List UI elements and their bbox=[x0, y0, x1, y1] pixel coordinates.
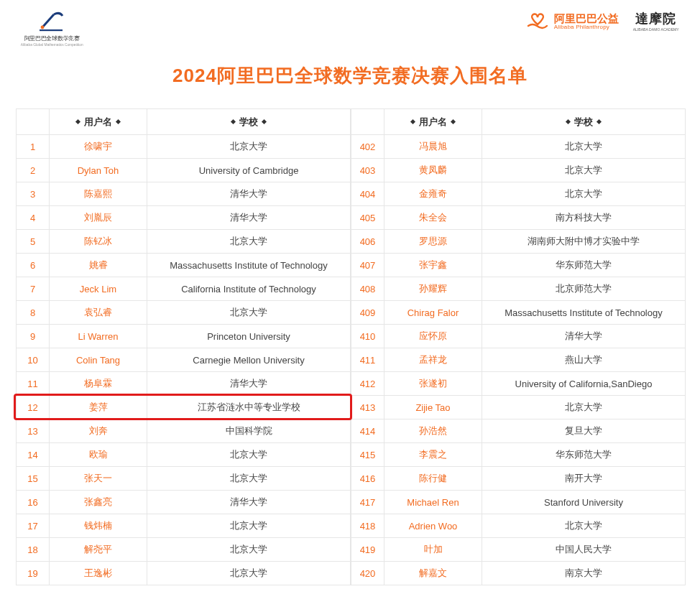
table-row: 11杨阜霖清华大学 bbox=[17, 372, 351, 396]
cell-rank: 417 bbox=[351, 491, 384, 514]
logo-philanthropy-en: Alibaba Philanthropy bbox=[554, 24, 619, 30]
cell-rank: 11 bbox=[17, 372, 50, 396]
table-row: 19王逸彬北京大学 bbox=[17, 562, 351, 585]
cell-school: 中国科学院 bbox=[147, 419, 351, 443]
cell-user: 陈行健 bbox=[384, 467, 482, 491]
cell-user: 刘胤辰 bbox=[50, 206, 147, 230]
cell-rank: 416 bbox=[351, 467, 384, 491]
page-title: 2024阿里巴巴全球数学竞赛决赛入围名单 bbox=[0, 63, 700, 88]
table-row: 407张宇鑫华东师范大学 bbox=[351, 254, 686, 277]
cell-rank: 9 bbox=[17, 325, 50, 348]
cell-rank: 13 bbox=[17, 419, 50, 443]
table-row: 16张鑫亮清华大学 bbox=[17, 491, 351, 514]
table-row: 8袁弘睿北京大学 bbox=[17, 301, 351, 325]
cell-school: 北京大学 bbox=[482, 396, 686, 419]
cell-user: 张宇鑫 bbox=[384, 254, 482, 277]
cell-school: 北京大学 bbox=[147, 514, 351, 538]
cell-rank: 15 bbox=[17, 467, 50, 491]
cell-user: 黄凤麟 bbox=[384, 159, 482, 182]
cell-user: 袁弘睿 bbox=[50, 301, 147, 325]
cell-school: Princeton University bbox=[147, 325, 351, 348]
cell-school: 复旦大学 bbox=[482, 419, 686, 443]
cell-rank: 7 bbox=[17, 277, 50, 301]
cell-rank: 411 bbox=[351, 348, 384, 372]
cell-rank: 406 bbox=[351, 230, 384, 254]
cell-user: 李震之 bbox=[384, 443, 482, 467]
logo-damo-cn: 達摩院 bbox=[635, 10, 676, 27]
cell-user: 冯晨旭 bbox=[384, 135, 482, 159]
tables-wrap: 用户名 学校 1徐啸宇北京大学2Dylan TohUniversity of C… bbox=[0, 108, 700, 585]
cell-user: Adrien Woo bbox=[384, 514, 482, 538]
table-header-row: 用户名 学校 bbox=[17, 109, 351, 135]
cell-user: Chirag Falor bbox=[384, 301, 482, 325]
cell-user: 张鑫亮 bbox=[50, 491, 147, 514]
cell-school: 北京大学 bbox=[482, 159, 686, 182]
cell-user: 姚睿 bbox=[50, 254, 147, 277]
cell-user: 陈嘉熙 bbox=[50, 182, 147, 206]
finalist-table-right: 用户名 学校 402冯晨旭北京大学403黄凤麟北京大学404金雍奇北京大学405… bbox=[351, 108, 686, 585]
cell-user: 陈钇冰 bbox=[50, 230, 147, 254]
table-row: 412张遂初University of California,SanDiego bbox=[351, 372, 686, 396]
table-row: 3陈嘉熙清华大学 bbox=[17, 182, 351, 206]
table-row: 413Zijie Tao北京大学 bbox=[351, 396, 686, 419]
cell-user: 金雍奇 bbox=[384, 182, 482, 206]
svg-rect-1 bbox=[40, 29, 63, 31]
cell-rank: 6 bbox=[17, 254, 50, 277]
cell-school: 北京大学 bbox=[482, 135, 686, 159]
header: 阿里巴巴全球数学竞赛 Alibaba Global Mathematics Co… bbox=[0, 0, 700, 56]
col-user-header: 用户名 bbox=[384, 109, 482, 135]
cell-rank: 419 bbox=[351, 538, 384, 562]
table-row: 9Li WarrenPrinceton University bbox=[17, 325, 351, 348]
col-user-header: 用户名 bbox=[50, 109, 147, 135]
cell-user: 孙浩然 bbox=[384, 419, 482, 443]
cell-rank: 19 bbox=[17, 562, 50, 585]
table-row: 417Michael RenStanford University bbox=[351, 491, 686, 514]
cell-user: 张遂初 bbox=[384, 372, 482, 396]
cell-school: 江苏省涟水中等专业学校 bbox=[147, 396, 351, 419]
cell-rank: 3 bbox=[17, 182, 50, 206]
table-row: 17钱炜楠北京大学 bbox=[17, 514, 351, 538]
cell-rank: 14 bbox=[17, 443, 50, 467]
cell-school: 燕山大学 bbox=[482, 348, 686, 372]
cell-school: 中国人民大学 bbox=[482, 538, 686, 562]
cell-rank: 413 bbox=[351, 396, 384, 419]
competition-mark-icon bbox=[38, 10, 65, 33]
table-row: 1徐啸宇北京大学 bbox=[17, 135, 351, 159]
cell-rank: 410 bbox=[351, 325, 384, 348]
table-row: 4刘胤辰清华大学 bbox=[17, 206, 351, 230]
heart-hand-icon bbox=[525, 10, 550, 33]
cell-rank: 405 bbox=[351, 206, 384, 230]
cell-user: 应怀原 bbox=[384, 325, 482, 348]
cell-school: University of California,SanDiego bbox=[482, 372, 686, 396]
table-row: 2Dylan TohUniversity of Cambridge bbox=[17, 159, 351, 182]
cell-user: Li Warren bbox=[50, 325, 147, 348]
logo-competition-text-cn: 阿里巴巴全球数学竞赛 bbox=[24, 34, 80, 42]
col-rank-header bbox=[17, 109, 50, 135]
cell-user: 姜萍 bbox=[50, 396, 147, 419]
table-row: 415李震之华东师范大学 bbox=[351, 443, 686, 467]
logo-philanthropy-cn: 阿里巴巴公益 bbox=[554, 13, 619, 24]
table-row: 419叶加中国人民大学 bbox=[351, 538, 686, 562]
cell-school: 北京大学 bbox=[147, 467, 351, 491]
cell-user: Colin Tang bbox=[50, 348, 147, 372]
cell-school: California Institute of Technology bbox=[147, 277, 351, 301]
table-row: 5陈钇冰北京大学 bbox=[17, 230, 351, 254]
table-row: 15张天一北京大学 bbox=[17, 467, 351, 491]
table-row: 12姜萍江苏省涟水中等专业学校 bbox=[17, 396, 351, 419]
cell-rank: 418 bbox=[351, 514, 384, 538]
cell-rank: 407 bbox=[351, 254, 384, 277]
cell-rank: 1 bbox=[17, 135, 50, 159]
cell-user: 刘奔 bbox=[50, 419, 147, 443]
cell-user: 钱炜楠 bbox=[50, 514, 147, 538]
cell-user: 朱全会 bbox=[384, 206, 482, 230]
cell-rank: 412 bbox=[351, 372, 384, 396]
logo-damo-en: ALIBABA DAMO ACADEMY bbox=[632, 27, 678, 31]
cell-school: 清华大学 bbox=[147, 491, 351, 514]
cell-rank: 8 bbox=[17, 301, 50, 325]
cell-user: 杨阜霖 bbox=[50, 372, 147, 396]
logo-competition: 阿里巴巴全球数学竞赛 Alibaba Global Mathematics Co… bbox=[13, 10, 91, 47]
cell-user: 罗思源 bbox=[384, 230, 482, 254]
logo-philanthropy: 阿里巴巴公益 Alibaba Philanthropy bbox=[525, 10, 619, 33]
table-row: 416陈行健南开大学 bbox=[351, 467, 686, 491]
cell-user: 欧瑜 bbox=[50, 443, 147, 467]
